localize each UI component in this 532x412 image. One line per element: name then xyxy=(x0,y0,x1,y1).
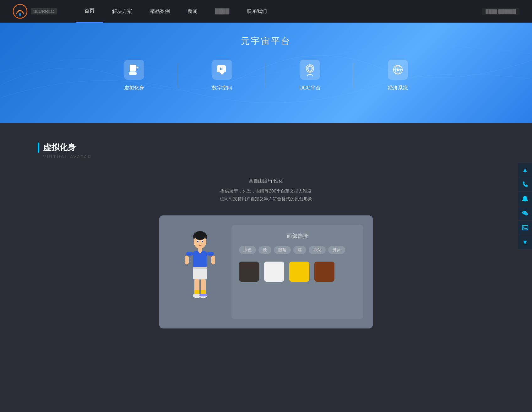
hero-item-economy-label: 经济系统 xyxy=(388,85,408,91)
logo-area: BLURRED xyxy=(13,4,57,19)
title-bar xyxy=(38,143,39,153)
nav-item-home[interactable]: 首页 xyxy=(76,0,103,23)
avatar-customizer: 面部选择 肤色 脸 眼睛 嘴 耳朵 身体 xyxy=(231,225,363,319)
nav-item-blurred[interactable]: ████ xyxy=(206,0,238,23)
sidebar-btn-wechat[interactable] xyxy=(518,206,532,220)
virtual-avatar-section: 虚拟化身 VIRTUAL AVATAR 高自由度/个性化 提供脸型，头发，眼睛等… xyxy=(0,123,532,341)
svg-rect-30 xyxy=(207,252,214,256)
svg-rect-3 xyxy=(129,72,137,75)
svg-rect-31 xyxy=(185,256,189,264)
logo-text: BLURRED xyxy=(31,8,57,14)
svg-point-44 xyxy=(524,212,524,213)
color-swatches xyxy=(239,262,356,282)
nav-item-solutions[interactable]: 解决方案 xyxy=(103,0,141,23)
navbar: BLURRED 首页 解决方案 精品案例 新闻 ████ 联系我们 ████ █… xyxy=(0,0,532,23)
hero-item-avatar[interactable]: ≡ 虚拟化身 xyxy=(90,60,178,91)
svg-marker-7 xyxy=(220,72,225,75)
svg-point-48 xyxy=(527,214,527,214)
hero-item-ugc-label: UGC平台 xyxy=(299,85,321,91)
tab-mouth[interactable]: 嘴 xyxy=(293,246,306,254)
svg-point-47 xyxy=(526,214,526,214)
hero-icons-row: ≡ 虚拟化身 N 数字空间 UGC xyxy=(0,60,532,91)
space-icon: N xyxy=(212,60,232,80)
avatar-3d-figure xyxy=(175,228,225,316)
swatch-brown[interactable] xyxy=(314,262,334,282)
title-cn-text: 虚拟化身 xyxy=(43,142,76,153)
svg-text:N: N xyxy=(220,67,223,71)
tab-face[interactable]: 脸 xyxy=(258,246,271,254)
svg-point-45 xyxy=(525,212,525,213)
desc-text1: 提供脸型，头发，眼睛等200个自定义捏人维度 xyxy=(38,187,494,195)
sidebar-btn-down[interactable]: ▼ xyxy=(518,235,532,249)
svg-point-1 xyxy=(19,13,21,16)
hero-item-economy[interactable]: $ 经济系统 xyxy=(354,60,442,91)
svg-text:≡: ≡ xyxy=(136,67,137,69)
avatar-description: 高自由度/个性化 提供脸型，头发，眼睛等200个自定义捏人维度 也同时支持用户自… xyxy=(38,178,494,203)
svg-rect-32 xyxy=(211,256,215,264)
nav-right: ████ ██████ xyxy=(482,8,519,15)
svg-point-25 xyxy=(197,241,198,242)
avatar-card: 面部选择 肤色 脸 眼睛 嘴 耳朵 身体 xyxy=(159,215,373,328)
section-title-cn: 虚拟化身 xyxy=(38,142,494,153)
nav-item-news[interactable]: 新闻 xyxy=(179,0,206,23)
swatch-white[interactable] xyxy=(264,262,284,282)
svg-point-26 xyxy=(202,241,203,242)
avatar-icon: ≡ xyxy=(124,60,144,80)
section-title-en: VIRTUAL AVATAR xyxy=(43,154,494,159)
tab-body[interactable]: 身体 xyxy=(328,246,345,254)
sidebar-btn-phone[interactable] xyxy=(518,177,532,191)
hero-title: 元宇宙平台 xyxy=(241,35,291,47)
customizer-title: 面部选择 xyxy=(239,232,356,240)
nav-right-info: ████ ██████ xyxy=(482,8,519,15)
svg-rect-29 xyxy=(186,252,193,256)
avatar-figure xyxy=(169,225,231,319)
section-title-block: 虚拟化身 VIRTUAL AVATAR xyxy=(38,142,494,159)
sidebar-btn-image[interactable] xyxy=(518,221,532,235)
economy-icon: $ xyxy=(388,60,408,80)
tab-ears[interactable]: 耳朵 xyxy=(309,246,326,254)
desc-subtitle: 高自由度/个性化 xyxy=(38,178,494,184)
svg-point-0 xyxy=(13,4,27,18)
sidebar-btn-bell[interactable] xyxy=(518,192,532,206)
hero-item-space-label: 数字空间 xyxy=(212,85,232,91)
hero-item-space[interactable]: N 数字空间 xyxy=(178,60,266,91)
svg-rect-2 xyxy=(130,65,136,72)
nav-item-contact[interactable]: 联系我们 xyxy=(238,0,276,23)
ugc-icon: UGC xyxy=(300,60,320,80)
tab-skin[interactable]: 肤色 xyxy=(239,246,256,254)
desc-text2: 也同时支持用户自定义导入符合格式的原创形象 xyxy=(38,195,494,203)
floating-sidebar: ▲ ▼ xyxy=(518,163,532,249)
sidebar-btn-up[interactable]: ▲ xyxy=(518,163,532,177)
hero-item-avatar-label: 虚拟化身 xyxy=(124,85,144,91)
svg-rect-42 xyxy=(199,294,207,296)
svg-text:UGC: UGC xyxy=(308,66,312,68)
swatch-dark[interactable] xyxy=(239,262,259,282)
logo-icon xyxy=(13,4,28,19)
svg-rect-27 xyxy=(198,248,202,251)
swatch-yellow[interactable] xyxy=(289,262,309,282)
nav-links: 首页 解决方案 精品案例 新闻 ████ 联系我们 xyxy=(76,0,482,23)
svg-rect-34 xyxy=(193,267,207,269)
hero-item-ugc[interactable]: UGC UGC平台 xyxy=(266,60,354,91)
svg-point-22 xyxy=(194,232,206,240)
customizer-tabs: 肤色 脸 眼睛 嘴 耳朵 身体 xyxy=(239,246,356,254)
nav-item-cases[interactable]: 精品案例 xyxy=(141,0,179,23)
tab-eyes[interactable]: 眼睛 xyxy=(274,246,291,254)
hero-banner: 元宇宙平台 ≡ 虚拟化身 N 数字空间 xyxy=(0,23,532,123)
svg-text:$: $ xyxy=(397,68,399,72)
svg-point-46 xyxy=(525,213,528,215)
